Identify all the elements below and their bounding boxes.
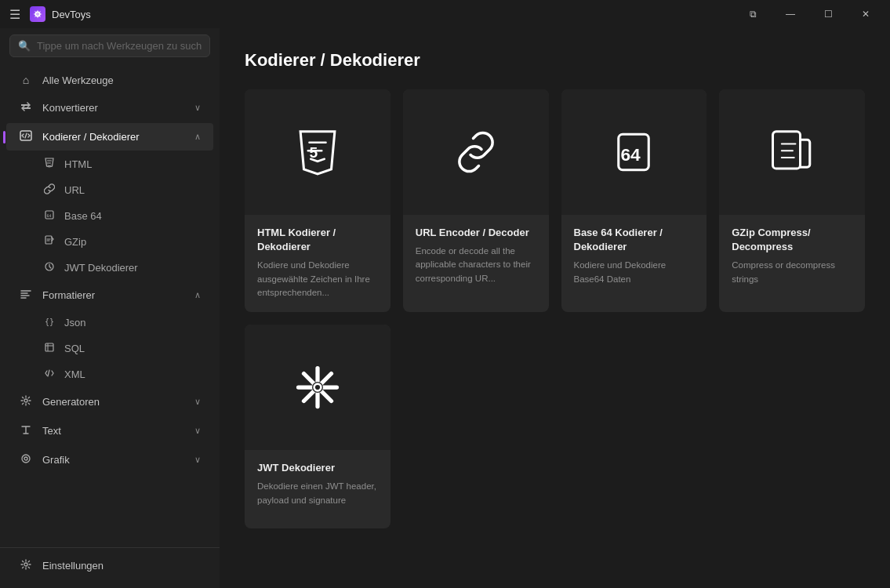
svg-text:{}: {} xyxy=(45,318,54,326)
card-html-encoder[interactable]: 5 HTML Kodierer / Dekodierer Kodiere und… xyxy=(245,89,391,312)
maximize-button[interactable]: ☐ xyxy=(810,2,846,27)
sidebar-label-url: URL xyxy=(64,184,85,196)
sidebar-label-all-tools: Alle Werkzeuge xyxy=(42,74,201,86)
chevron-down-icon3: ∨ xyxy=(194,426,201,436)
svg-rect-7 xyxy=(45,343,53,351)
card-icon-base64: 64 xyxy=(561,89,707,215)
sidebar-item-html[interactable]: HTML xyxy=(6,152,213,176)
svg-point-11 xyxy=(24,563,27,566)
sidebar-label-gzip: GZip xyxy=(64,236,86,248)
text-icon xyxy=(19,423,33,438)
card-title-html: HTML Kodierer / Dekodierer xyxy=(257,226,378,254)
titlebar-left: ☰ DevToys xyxy=(6,4,91,25)
sidebar-label-json: Json xyxy=(64,317,85,328)
card-desc-url: Encode or decode all the applicable char… xyxy=(416,245,536,285)
card-gzip[interactable]: GZip Compress/ Decompress Compress or de… xyxy=(719,89,865,312)
xml-icon xyxy=(42,368,56,381)
page-title: Kodierer / Dekodierer xyxy=(245,50,865,71)
base64-icon: 64 xyxy=(42,209,56,223)
sidebar-label-base64: Base 64 xyxy=(64,210,102,222)
sidebar-item-kodierer[interactable]: Kodierer / Dekodierer ∧ xyxy=(6,123,213,151)
sidebar-label-html: HTML xyxy=(64,158,92,170)
main-layout: 🔍 ⌂ Alle Werkzeuge Konvertierer ∨ xyxy=(0,28,890,588)
card-base64[interactable]: 64 Base 64 Kodierer / Dekodierer Kodiere… xyxy=(561,89,707,312)
grafik-icon xyxy=(19,452,33,467)
card-desc-jwt: Dekodiere einen JWT header, payload und … xyxy=(257,480,378,507)
card-icon-jwt xyxy=(245,325,391,450)
home-icon: ⌂ xyxy=(19,74,33,86)
chevron-down-icon: ∨ xyxy=(194,103,201,113)
sidebar-label-kodierer: Kodierer / Dekodierer xyxy=(42,131,185,143)
card-body-url: URL Encoder / Decoder Encode or decode a… xyxy=(403,215,549,312)
sidebar-item-settings[interactable]: Einstellungen xyxy=(6,552,213,579)
sidebar-label-formatierer: Formatierer xyxy=(42,289,185,301)
generatoren-icon xyxy=(19,394,33,409)
minimize-button[interactable]: — xyxy=(772,2,808,27)
card-desc-gzip: Compress or decompress strings xyxy=(732,259,852,286)
search-box[interactable]: 🔍 xyxy=(9,34,210,57)
search-icon: 🔍 xyxy=(18,40,31,52)
card-jwt[interactable]: JWT Dekodierer Dekodiere einen JWT heade… xyxy=(245,325,391,528)
sidebar-item-text[interactable]: Text ∨ xyxy=(6,417,213,445)
sql-icon xyxy=(42,342,56,355)
card-body-base64: Base 64 Kodierer / Dekodierer Kodiere un… xyxy=(561,215,707,312)
sidebar-item-all-tools[interactable]: ⌂ Alle Werkzeuge xyxy=(6,67,213,93)
formatierer-icon xyxy=(19,288,33,303)
card-url-encoder[interactable]: URL Encoder / Decoder Encode or decode a… xyxy=(403,89,549,312)
card-icon-gzip xyxy=(719,89,865,215)
card-icon-html: 5 xyxy=(245,89,391,215)
svg-rect-4 xyxy=(45,236,52,244)
card-desc-base64: Kodiere und Dekodiere Base64 Daten xyxy=(574,259,695,286)
svg-text:64: 64 xyxy=(47,213,52,218)
card-title-base64: Base 64 Kodierer / Dekodierer xyxy=(574,226,695,254)
sidebar-label-konvertierer: Konvertierer xyxy=(42,102,185,114)
app-logo xyxy=(30,6,45,22)
card-title-gzip: GZip Compress/ Decompress xyxy=(732,226,852,254)
titlebar: ☰ DevToys ⧉ — ☐ ✕ xyxy=(0,0,890,28)
svg-text:5: 5 xyxy=(309,144,318,161)
cards-grid-row2: JWT Dekodierer Dekodiere einen JWT heade… xyxy=(245,325,865,528)
svg-point-9 xyxy=(22,455,30,463)
sidebar-item-base64[interactable]: 64 Base 64 xyxy=(6,204,213,228)
sidebar-item-json[interactable]: {} Json xyxy=(6,310,213,335)
sidebar-bottom: Einstellungen xyxy=(0,547,220,580)
sidebar-item-grafik[interactable]: Grafik ∨ xyxy=(6,446,213,474)
close-button[interactable]: ✕ xyxy=(848,2,884,27)
snap-button[interactable]: ⧉ xyxy=(735,2,771,27)
konvertierer-icon xyxy=(19,100,33,115)
sidebar-item-sql[interactable]: SQL xyxy=(6,336,213,361)
chevron-up-icon: ∧ xyxy=(194,132,201,142)
sidebar-label-generatoren: Generatoren xyxy=(42,396,185,408)
sidebar-label-sql: SQL xyxy=(64,343,85,354)
card-body-gzip: GZip Compress/ Decompress Compress or de… xyxy=(719,215,865,312)
card-body-html: HTML Kodierer / Dekodierer Kodiere und D… xyxy=(245,215,391,312)
titlebar-controls: ⧉ — ☐ ✕ xyxy=(735,2,884,27)
sidebar-item-gzip[interactable]: GZip xyxy=(6,230,213,254)
svg-point-10 xyxy=(24,457,27,460)
sidebar-item-konvertierer[interactable]: Konvertierer ∨ xyxy=(6,94,213,122)
sidebar-item-xml[interactable]: XML xyxy=(6,362,213,387)
card-title-jwt: JWT Dekodierer xyxy=(257,461,378,475)
sidebar-label-text: Text xyxy=(42,425,185,437)
svg-point-8 xyxy=(24,399,27,402)
sidebar: 🔍 ⌂ Alle Werkzeuge Konvertierer ∨ xyxy=(0,28,220,588)
jwt-icon xyxy=(42,261,56,274)
sidebar-item-generatoren[interactable]: Generatoren ∨ xyxy=(6,388,213,416)
sidebar-item-jwt[interactable]: JWT Dekodierer xyxy=(6,256,213,280)
sidebar-label-jwt: JWT Dekodierer xyxy=(64,262,138,274)
card-body-jwt: JWT Dekodierer Dekodiere einen JWT heade… xyxy=(245,450,391,528)
gzip-icon xyxy=(42,235,56,249)
html-icon xyxy=(42,158,56,171)
hamburger-icon[interactable]: ☰ xyxy=(6,4,24,25)
sidebar-label-settings: Einstellungen xyxy=(42,560,201,572)
sidebar-item-url[interactable]: URL xyxy=(6,178,213,202)
url-icon xyxy=(42,183,56,197)
svg-text:64: 64 xyxy=(621,144,641,165)
search-input[interactable] xyxy=(37,40,202,52)
sidebar-item-formatierer[interactable]: Formatierer ∧ xyxy=(6,281,213,309)
cards-grid-row1: 5 HTML Kodierer / Dekodierer Kodiere und… xyxy=(245,89,865,312)
sidebar-label-xml: XML xyxy=(64,368,85,380)
content-area: Kodierer / Dekodierer 5 HTML Kodierer / … xyxy=(220,28,890,588)
card-icon-url xyxy=(403,89,549,215)
kodierer-icon xyxy=(19,129,33,144)
